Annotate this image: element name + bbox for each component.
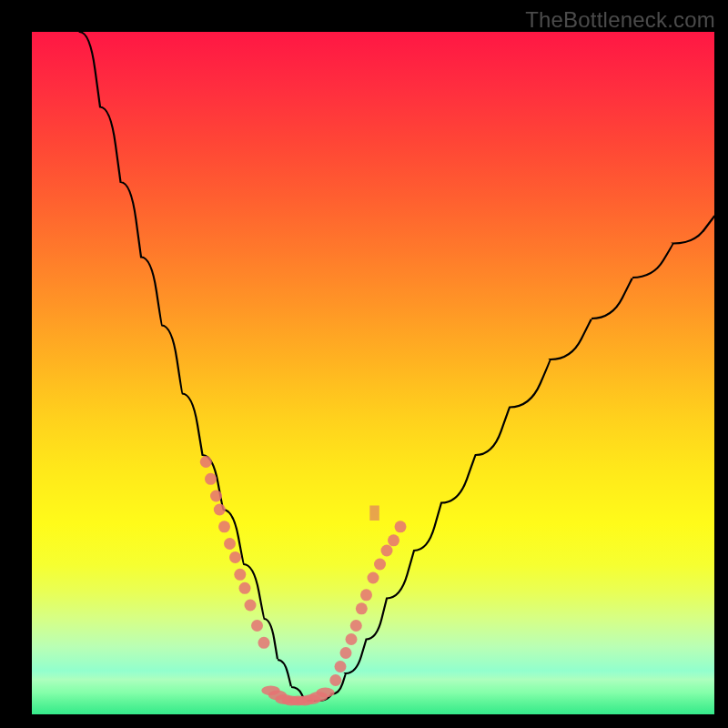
data-point <box>214 504 226 516</box>
data-point <box>356 602 368 614</box>
valley-point <box>316 688 334 698</box>
data-point <box>239 582 251 594</box>
data-point <box>374 559 386 571</box>
data-point <box>381 545 393 557</box>
data-point <box>224 538 236 550</box>
data-point <box>205 473 217 485</box>
data-point <box>335 661 347 672</box>
data-point <box>229 551 241 563</box>
data-point <box>329 674 341 686</box>
anomaly-tick <box>369 506 379 521</box>
data-point <box>360 589 372 601</box>
data-point <box>346 633 358 645</box>
data-point <box>258 637 270 649</box>
data-point <box>234 569 246 581</box>
data-point <box>218 521 230 532</box>
chart-svg-layer <box>32 32 714 714</box>
data-point <box>251 620 263 632</box>
data-point <box>340 647 352 659</box>
data-point <box>245 600 257 612</box>
data-point <box>368 572 379 584</box>
anomaly-tick-rect <box>369 506 379 521</box>
data-point <box>200 456 212 468</box>
watermark-label: TheBottleneck.com <box>525 7 715 33</box>
data-point <box>388 534 399 546</box>
data-point <box>350 620 362 632</box>
bottleneck-curve <box>80 32 715 701</box>
data-point <box>210 490 222 502</box>
scatter-left-branch <box>200 456 270 649</box>
scatter-right-branch <box>329 521 406 686</box>
data-point <box>395 521 407 532</box>
plot-area <box>32 32 714 714</box>
